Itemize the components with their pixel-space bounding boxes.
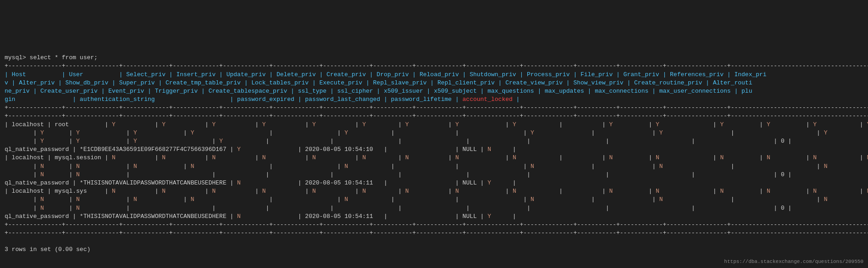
border-line-2: +---------------+---------------+-------… [5,104,868,111]
header-line-1: | Host | User | Select_priv | Insert_pri… [5,71,767,78]
footer-line: 3 rows in set (0.00 sec) [5,246,90,253]
row2-line1: | localhost | mysql.session | N | N | N … [5,154,868,161]
row1-line4: ql_native_password | *E1CDB9EE43A36591E0… [5,146,516,153]
border-line-5: +---------------+---------------+-------… [5,229,868,236]
row2-line4: ql_native_password | *THISISNOTAVALIDPAS… [5,179,516,186]
border-line-1: +---------------+---------------+-------… [5,62,868,69]
row1-line2: | Y | Y | Y | Y | | Y | | | Y | | Y | [5,129,868,136]
header-line-2: v | Alter_priv | Show_db_priv | Super_pr… [5,79,752,86]
row1-line3: | Y | Y | Y | Y | | | | | | | [5,138,868,145]
row3-line1: | localhost | mysql.sys | N | N | N | N … [5,188,868,195]
row2-line3: | N | N | | | | | | | | | [5,171,868,178]
row3-line2: | N | N | N | N | | N | | | N | | N | [5,196,868,203]
row3-line3: | N | N | | | | | | | | | [5,205,868,212]
row1-line1: | localhost | root | Y | Y | Y | Y | Y |… [5,121,868,128]
header-line-3: ne_priv | Create_user_priv | Event_priv … [5,88,752,95]
terminal-content: mysql> select * from user; +------------… [5,54,863,254]
row2-line2: | N | N | N | N | | N | | | N | | N | [5,163,868,170]
border-line-3: +---------------+---------------+-------… [5,112,868,119]
header-line-4: gin | authentication_string | password_e… [5,96,520,103]
url-hint: https://dba.stackexchange.com/questions/… [724,258,863,265]
border-line-4: +---------------+---------------+-------… [5,221,868,228]
row3-line4: ql_native_password | *THISISNOTAVALIDPAS… [5,213,516,220]
prompt-line: mysql> select * from user; [5,54,98,61]
terminal-window: mysql> select * from user; +------------… [5,37,863,262]
